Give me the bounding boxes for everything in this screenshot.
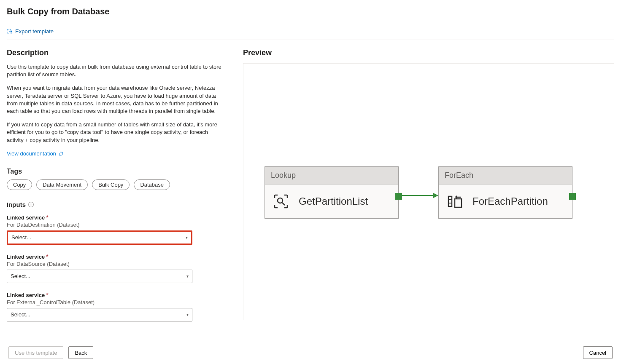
- linked-service-select-datasource[interactable]: Select... ▾: [7, 270, 192, 283]
- view-documentation-link[interactable]: View documentation: [7, 150, 64, 157]
- chevron-down-icon: ▾: [186, 312, 189, 317]
- input-group-controltable: Linked service* For External_ControlTabl…: [7, 292, 226, 321]
- input-group-datasource: Linked service* For DataSource (Dataset)…: [7, 253, 226, 283]
- svg-point-1: [278, 198, 283, 203]
- select-placeholder: Select...: [11, 234, 31, 241]
- select-placeholder: Select...: [11, 311, 30, 318]
- svg-line-2: [282, 203, 285, 205]
- description-paragraph: Use this template to copy data in bulk f…: [7, 63, 226, 78]
- chevron-down-icon: ▾: [186, 235, 188, 240]
- tag-bulk-copy[interactable]: Bulk Copy: [92, 179, 130, 190]
- tag-data-movement[interactable]: Data Movement: [36, 179, 88, 190]
- input-label: Linked service: [7, 214, 45, 221]
- lookup-icon: [273, 193, 289, 210]
- preview-heading: Preview: [243, 48, 614, 57]
- node-output-handle[interactable]: [569, 193, 576, 200]
- toolbar: Export template: [7, 28, 614, 40]
- tags-row: Copy Data Movement Bulk Copy Database: [7, 179, 226, 190]
- info-icon[interactable]: i: [28, 202, 34, 207]
- page-title: Bulk Copy from Database: [7, 7, 614, 16]
- required-star: *: [46, 253, 48, 260]
- node-name: ForEachPartition: [472, 195, 548, 207]
- view-documentation-label: View documentation: [7, 150, 56, 157]
- pipeline-node-lookup[interactable]: Lookup GetPartitionList: [265, 166, 399, 219]
- tag-database[interactable]: Database: [134, 179, 170, 190]
- tags-heading: Tags: [7, 168, 226, 175]
- foreach-icon: [446, 193, 463, 210]
- input-label: Linked service: [7, 254, 45, 260]
- connector-arrow: [400, 195, 437, 196]
- export-icon: [7, 29, 13, 35]
- chevron-down-icon: ▾: [186, 274, 189, 278]
- input-group-datadestination: Linked service* For DataDestination (Dat…: [7, 214, 226, 245]
- export-template-label: Export template: [15, 28, 54, 35]
- required-star: *: [46, 292, 48, 298]
- input-label: Linked service: [7, 292, 45, 298]
- node-header: ForEach: [439, 167, 572, 185]
- node-header: Lookup: [265, 167, 398, 185]
- svg-rect-6: [455, 199, 462, 207]
- svg-rect-3: [448, 196, 452, 206]
- required-star: *: [46, 214, 48, 221]
- description-heading: Description: [7, 48, 226, 57]
- select-placeholder: Select...: [11, 273, 30, 279]
- external-link-icon: [59, 151, 64, 156]
- input-sublabel: For External_ControlTable (Dataset): [7, 299, 226, 305]
- node-output-handle[interactable]: [395, 193, 402, 200]
- linked-service-select-controltable[interactable]: Select... ▾: [7, 308, 192, 321]
- inputs-heading-label: Inputs: [7, 201, 26, 208]
- preview-canvas[interactable]: Lookup GetPartitionList ForEach: [243, 63, 614, 320]
- input-sublabel: For DataDestination (Dataset): [7, 222, 226, 228]
- description-paragraph: If you want to copy data from a small nu…: [7, 121, 226, 144]
- node-name: GetPartitionList: [299, 195, 368, 207]
- input-sublabel: For DataSource (Dataset): [7, 261, 226, 267]
- pipeline-node-foreach[interactable]: ForEach ForEachPartition: [438, 166, 572, 219]
- linked-service-select-datadestination[interactable]: Select... ▾: [7, 230, 192, 245]
- export-template-link[interactable]: Export template: [7, 28, 54, 35]
- tag-copy[interactable]: Copy: [7, 179, 32, 190]
- inputs-heading: Inputs i: [7, 201, 34, 208]
- description-paragraph: When you want to migrate data from your …: [7, 84, 226, 115]
